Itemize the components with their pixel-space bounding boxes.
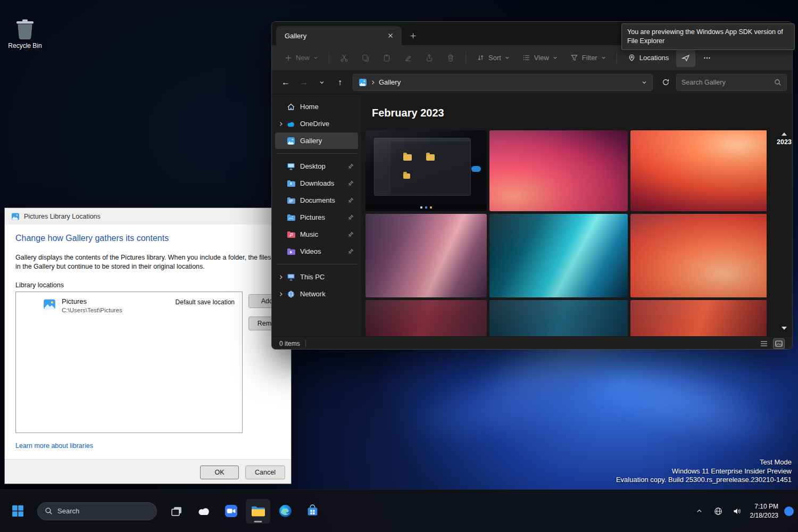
tray-overflow-chevron-button[interactable] (692, 501, 707, 522)
share-button[interactable] (420, 49, 439, 67)
up-button[interactable]: ↑ (331, 74, 348, 91)
sidebar-item-pictures[interactable]: Pictures (275, 209, 358, 226)
gallery-thumbnail[interactable] (630, 214, 767, 297)
view-button[interactable]: View (517, 49, 563, 67)
taskbar-search[interactable]: Search (37, 502, 157, 520)
library-locations-listbox[interactable]: Pictures C:\Users\Test\Pictures Default … (15, 292, 243, 433)
locations-button[interactable]: Locations (622, 49, 675, 67)
watermark-line: Evaluation copy. Build 25300.rs_prerelea… (616, 476, 792, 484)
back-button[interactable]: ← (277, 74, 294, 91)
notification-badge[interactable] (784, 506, 794, 516)
location-name: Pictures (62, 297, 122, 305)
large-thumbnails-view-button[interactable] (773, 338, 785, 349)
scroll-up-icon[interactable] (782, 132, 787, 136)
explorer-tab-gallery[interactable]: Gallery (276, 26, 402, 45)
pin-icon (348, 248, 354, 254)
chat-button[interactable] (219, 499, 243, 523)
edge-button[interactable] (273, 499, 297, 523)
share-icon (425, 54, 434, 62)
search-input[interactable] (681, 79, 774, 86)
dialog-heading: Change how Gallery gathers its contents (15, 234, 169, 243)
task-view-button[interactable] (164, 499, 189, 523)
navigation-pane: Home OneDrive Gallery Desktop (272, 94, 361, 336)
filter-button[interactable]: Filter (565, 49, 611, 67)
gallery-thumbnail[interactable] (489, 300, 628, 336)
clock[interactable]: 7:10 PM 2/18/2023 (750, 502, 778, 519)
search-box[interactable] (676, 74, 787, 91)
copy-button[interactable] (356, 49, 375, 67)
gallery-icon (285, 137, 297, 145)
sidebar-item-gallery[interactable]: Gallery (275, 132, 358, 149)
tray-time: 7:10 PM (754, 502, 778, 511)
cut-button[interactable] (335, 49, 354, 67)
sidebar-item-onedrive[interactable]: OneDrive (275, 115, 358, 132)
cancel-button[interactable]: Cancel (245, 466, 285, 479)
recent-locations-button[interactable] (313, 74, 330, 91)
volume-tray-button[interactable] (729, 501, 744, 522)
copy-icon (361, 54, 370, 62)
chevron-down-icon (319, 80, 325, 85)
pin-icon (348, 180, 354, 186)
onedrive-tray-button[interactable] (192, 499, 216, 523)
new-button[interactable]: New (279, 49, 323, 67)
video-chat-icon (225, 504, 238, 518)
address-bar[interactable]: Gallery (353, 74, 653, 91)
chevron-up-icon (696, 508, 703, 514)
gallery-thumbnail[interactable] (365, 214, 487, 297)
library-location-item[interactable]: Pictures C:\Users\Test\Pictures Default … (16, 292, 242, 313)
ellipsis-icon (703, 54, 711, 62)
gallery-thumbnail[interactable] (630, 300, 767, 336)
gallery-thumbnail[interactable] (365, 300, 487, 336)
sidebar-item-documents[interactable]: Documents (275, 192, 358, 209)
breadcrumb[interactable]: Gallery (379, 78, 401, 86)
status-bar: 0 items (272, 336, 792, 350)
cloud-icon (197, 506, 211, 516)
network-tray-button[interactable] (711, 501, 726, 522)
more-options-button[interactable] (697, 49, 717, 67)
scroll-year-label: 2023 (777, 138, 792, 146)
sidebar-item-videos[interactable]: Videos (275, 243, 358, 260)
recycle-bin-desktop-icon[interactable]: Recycle Bin (3, 18, 47, 49)
sdk-preview-toggle-button[interactable] (676, 49, 695, 67)
gallery-content-pane: February 2023 (361, 94, 792, 336)
chevron-right-icon[interactable] (277, 121, 285, 127)
ok-button[interactable]: OK (200, 466, 239, 479)
file-explorer-button[interactable] (246, 499, 270, 523)
edge-icon (279, 504, 292, 518)
gallery-thumbnail-screenshot[interactable] (365, 130, 487, 211)
gallery-scrollbar[interactable]: 2023 (778, 132, 790, 331)
chevron-right-icon[interactable] (277, 275, 285, 280)
details-view-button[interactable] (758, 338, 770, 349)
sidebar-item-desktop[interactable]: Desktop (275, 158, 358, 174)
chevron-down-icon (313, 55, 318, 60)
microsoft-store-button[interactable] (300, 499, 325, 523)
dialog-titlebar[interactable]: Pictures Library Locations (5, 208, 291, 225)
gallery-thumbnail[interactable] (489, 130, 628, 211)
sidebar-item-this-pc[interactable]: This PC (275, 269, 358, 285)
sidebar-item-network[interactable]: Network (275, 286, 358, 302)
new-tab-button[interactable] (405, 28, 421, 44)
rename-button[interactable] (398, 49, 418, 67)
refresh-button[interactable] (657, 74, 674, 91)
chevron-right-icon (371, 80, 375, 85)
sidebar-item-downloads[interactable]: Downloads (275, 175, 358, 192)
chevron-down-icon[interactable] (642, 80, 647, 85)
learn-more-link[interactable]: Learn more about libraries (15, 442, 93, 450)
gallery-thumbnail[interactable] (630, 130, 767, 211)
pin-icon (348, 231, 354, 237)
sidebar-item-home[interactable]: Home (275, 98, 358, 115)
paste-button[interactable] (377, 49, 396, 67)
sidebar-item-music[interactable]: Music (275, 226, 358, 243)
toolbar-separator (466, 52, 466, 64)
gallery-thumbnail[interactable] (489, 214, 628, 297)
start-button[interactable] (5, 499, 30, 523)
toolbar-separator (329, 52, 329, 64)
delete-button[interactable] (441, 49, 460, 67)
chevron-right-icon[interactable] (277, 292, 285, 297)
scroll-down-icon[interactable] (782, 327, 787, 330)
search-icon (774, 79, 782, 86)
tab-close-icon[interactable] (385, 30, 396, 41)
forward-button[interactable]: → (295, 74, 312, 91)
sort-icon (477, 54, 485, 62)
sort-button[interactable]: Sort (471, 49, 515, 67)
